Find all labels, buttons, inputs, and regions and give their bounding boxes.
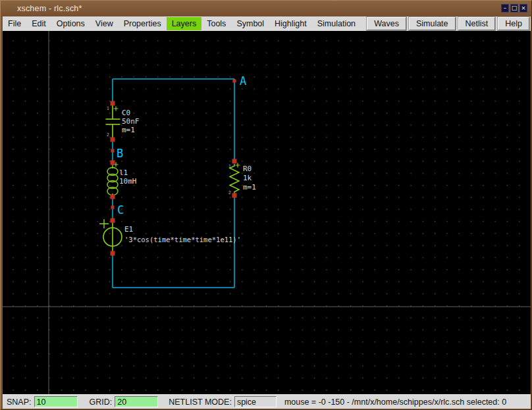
capacitor-pin2-number: 2 — [107, 132, 109, 138]
node-label-b[interactable]: B — [117, 147, 123, 160]
menu-item-options[interactable]: Options — [51, 17, 90, 30]
help-button[interactable]: Help — [498, 17, 529, 30]
node-marker-a — [233, 80, 236, 83]
resistor-pin1-number: 1 — [228, 164, 231, 169]
menu-item-highlight[interactable]: Highlight — [269, 17, 312, 30]
menu-item-file[interactable]: File — [3, 17, 26, 30]
resistor-name[interactable]: R0 — [243, 165, 252, 173]
resistor-pin2-number: 2 — [228, 190, 231, 195]
menu-item-tools[interactable]: Tools — [201, 17, 231, 30]
window-title: xschem - rlc.sch* — [17, 4, 82, 13]
inductor-value[interactable]: 10mH — [119, 177, 137, 186]
window-controls: – □ × — [501, 4, 527, 13]
menu-item-layers[interactable]: Layers — [167, 17, 202, 30]
netlist-button[interactable]: Netlist — [458, 17, 496, 30]
pin-square — [111, 101, 115, 106]
node-marker-b — [111, 149, 115, 153]
title-bar[interactable]: xschem - rlc.sch* – □ × — [1, 1, 532, 16]
status-bar: SNAP: GRID: NETLIST MODE: mouse = -0 -15… — [3, 394, 531, 409]
grid-label: GRID: — [90, 397, 113, 407]
capacitor-value[interactable]: 50nF — [122, 117, 140, 126]
menu-item-simulation[interactable]: Simulation — [312, 17, 361, 30]
pin-square — [111, 161, 115, 165]
netlist-mode-label: NETLIST MODE: — [169, 397, 232, 407]
mouse-status-text: mouse = -0 -150 - /mnt/x/home/schippes/x… — [284, 397, 506, 407]
netlist-mode-input[interactable] — [234, 396, 277, 407]
schematic-canvas[interactable]: 1 2 C0 50nF m=1 l1 — [3, 31, 531, 394]
grid-input[interactable] — [115, 396, 158, 407]
grid-dots — [3, 31, 531, 394]
menu-item-view[interactable]: View — [90, 17, 119, 30]
pin-square — [111, 138, 115, 142]
pin-square — [232, 159, 237, 164]
capacitor-name[interactable]: C0 — [122, 109, 130, 117]
node-label-a[interactable]: A — [240, 74, 246, 88]
xschem-window: xschem - rlc.sch* – □ × File Edit Option… — [0, 0, 532, 410]
snap-input[interactable] — [34, 396, 78, 407]
pin-square — [111, 251, 115, 256]
resistor-mult[interactable]: m=1 — [243, 183, 256, 192]
maximize-icon[interactable]: □ — [510, 4, 518, 13]
pin-square — [111, 195, 115, 199]
pin-square — [232, 193, 237, 198]
snap-label: SNAP: — [7, 397, 32, 407]
menu-item-symbol[interactable]: Symbol — [231, 17, 269, 30]
node-label-c[interactable]: C — [117, 203, 124, 217]
node-marker-c — [111, 206, 115, 209]
inductor-name[interactable]: l1 — [119, 168, 128, 177]
menu-item-properties[interactable]: Properties — [119, 17, 167, 30]
close-icon[interactable]: × — [519, 4, 527, 13]
menu-item-edit[interactable]: Edit — [26, 17, 51, 30]
minimize-icon[interactable]: – — [501, 4, 509, 13]
simulate-button[interactable]: Simulate — [409, 17, 456, 30]
capacitor-mult[interactable]: m=1 — [122, 126, 135, 134]
menu-bar: File Edit Options View Properties Layers… — [3, 16, 531, 31]
pin-square — [111, 218, 115, 223]
source-value[interactable]: '3*cos(time*time*time*1e11)' — [124, 236, 241, 243]
resistor-value[interactable]: 1k — [243, 174, 252, 182]
capacitor-pin1-number: 1 — [107, 106, 109, 111]
waves-button[interactable]: Waves — [367, 17, 406, 30]
source-name[interactable]: E1 — [124, 225, 133, 234]
